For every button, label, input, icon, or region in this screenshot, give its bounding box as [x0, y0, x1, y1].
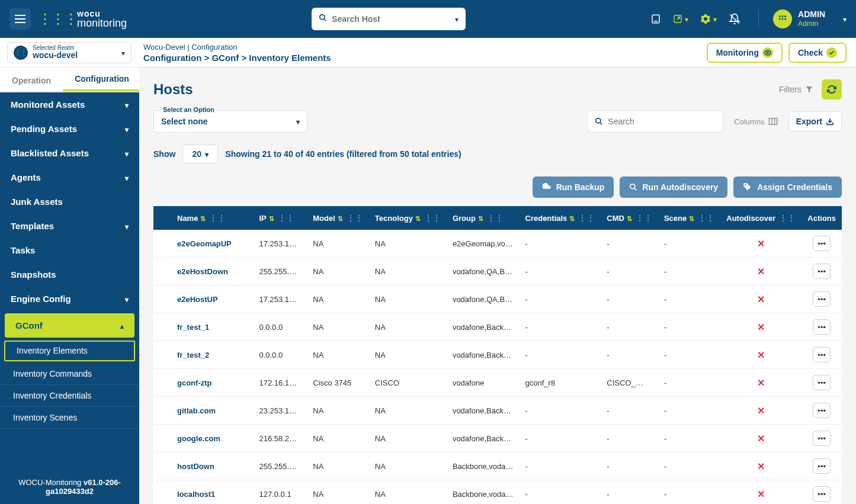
sidebar-sub-inventory-credentials[interactable]: Inventory Credentials [0, 385, 139, 407]
bell-off-icon[interactable] [729, 13, 740, 25]
realm-value: wocu-devel [33, 51, 117, 60]
table-search-input[interactable] [608, 117, 716, 126]
sidebar-item-monitored-assets[interactable]: Monitored Assets [0, 92, 139, 117]
cell-ip: 255.255.… [253, 452, 307, 480]
cell-name[interactable]: localhost1 [153, 480, 253, 505]
row-actions-button[interactable]: ••• [813, 291, 831, 307]
col-scene[interactable]: Scene⇅⋮⋮ [658, 206, 720, 230]
sidebar-sub-inventory-commands[interactable]: Inventory Commands [0, 363, 139, 385]
gear-icon[interactable] [700, 14, 717, 24]
columns-icon [768, 117, 778, 126]
cell-group: vodafone,Back… [447, 313, 520, 341]
cell-ip: 127.0.0.1 [253, 480, 307, 505]
sidebar-item-gconf[interactable]: GConf [5, 313, 134, 338]
run-autodiscovery-button[interactable]: Run Autodiscovery [620, 176, 727, 198]
cell-name[interactable]: e2eHostDown [153, 258, 253, 285]
col-ip[interactable]: IP⇅⋮⋮ [253, 206, 307, 230]
sidebar-item-pending-assets[interactable]: Pending Assets [0, 117, 139, 141]
cell-name[interactable]: google.com [153, 425, 253, 452]
col-tecnology[interactable]: Tecnology⇅⋮⋮ [369, 206, 447, 230]
columns-button[interactable]: Columns [734, 117, 777, 126]
sidebar-sub-inventory-elements[interactable]: Inventory Elements [4, 340, 136, 362]
sidebar-sub-inventory-scenes[interactable]: Inventory Scenes [0, 407, 139, 429]
chevron-down-icon[interactable] [455, 14, 459, 24]
cell-tech: NA [369, 313, 447, 341]
cell-credentials: - [520, 258, 601, 285]
row-actions-button[interactable]: ••• [813, 431, 831, 446]
cell-name[interactable]: hostDown [153, 452, 253, 480]
col-cmd[interactable]: CMD⇅⋮⋮ [601, 206, 658, 230]
search-host-box[interactable] [312, 8, 466, 30]
cell-name[interactable]: fr_test_1 [153, 313, 253, 341]
cell-actions: ••• [802, 230, 842, 258]
user-menu[interactable]: ADMIN Admin [758, 9, 847, 28]
breadcrumb-realm-link[interactable]: Wocu-Devel [143, 43, 185, 52]
chevron-down-icon[interactable] [843, 14, 847, 24]
row-actions-button[interactable]: ••• [813, 347, 831, 362]
chevron-icon [125, 172, 129, 182]
tab-configuration[interactable]: Configuration [63, 68, 141, 91]
col-group[interactable]: Group⇅⋮⋮ [447, 206, 520, 230]
sidebar-item-templates[interactable]: Templates [0, 214, 139, 238]
search-host-input[interactable] [332, 14, 459, 24]
col-name[interactable]: Name⇅⋮⋮ [153, 206, 253, 230]
chevron-down-icon[interactable] [121, 47, 125, 58]
cell-name[interactable]: gitlab.com [153, 397, 253, 425]
cell-name[interactable]: e2eGeomapUP [153, 230, 253, 258]
drag-icon: ⋮⋮ [487, 213, 504, 223]
sidebar-item-junk-assets[interactable]: Junk Assets [0, 190, 139, 214]
col-model[interactable]: Model⇅⋮⋮ [307, 206, 369, 230]
row-actions-button[interactable]: ••• [813, 236, 831, 251]
sidebar-item-blacklisted-assets[interactable]: Blacklisted Assets [0, 141, 139, 165]
select-option-dropdown[interactable]: Select none [153, 110, 307, 133]
cell-model: NA [307, 230, 369, 258]
hamburger-menu[interactable] [9, 8, 31, 30]
row-actions-button[interactable]: ••• [813, 264, 831, 279]
table-row: hostDown 255.255.… NA NA Backbone,voda… … [153, 452, 842, 480]
x-icon: ✕ [757, 294, 765, 304]
refresh-button[interactable] [822, 79, 842, 99]
export-button[interactable]: Export [788, 111, 842, 131]
cell-name[interactable]: gconf-ztp [153, 369, 253, 397]
cell-credentials: - [520, 397, 601, 425]
sidebar-item-tasks[interactable]: Tasks [0, 238, 139, 262]
cell-name[interactable]: e2eHostUP [153, 285, 253, 313]
row-actions-button[interactable]: ••• [813, 319, 831, 335]
monitoring-button[interactable]: Monitoring [707, 43, 783, 63]
col-credentials[interactable]: Credentials⇅⋮⋮ [520, 206, 601, 230]
chevron-icon [125, 124, 129, 134]
sort-icon: ⇅ [338, 215, 343, 222]
cell-group: Backbone,voda… [447, 480, 520, 505]
table-search-box[interactable] [587, 110, 723, 133]
assign-credentials-button[interactable]: Assign Credentials [733, 176, 842, 198]
cell-ip: 17.253.1… [253, 230, 307, 258]
cell-name[interactable]: fr_test_2 [153, 341, 253, 369]
show-count-select[interactable]: 20 [182, 145, 218, 163]
table-row: fr_test_1 0.0.0.0 NA NA vodafone,Back… -… [153, 313, 842, 341]
tab-operation[interactable]: Operation [0, 70, 63, 91]
cell-cmd: - [601, 397, 658, 425]
row-actions-button[interactable]: ••• [813, 458, 831, 474]
realm-selector[interactable]: ⋮⋮ Selected Realm wocu-devel [7, 42, 132, 63]
sidebar-tabs: Operation Configuration [0, 68, 139, 92]
external-link-icon[interactable] [673, 14, 688, 24]
col-actions[interactable]: Actions [802, 206, 842, 230]
cell-model: NA [307, 258, 369, 285]
run-backup-button[interactable]: Run Backup [533, 176, 614, 198]
breadcrumb-section-link[interactable]: Configuration [191, 43, 237, 52]
row-actions-button[interactable]: ••• [813, 375, 831, 390]
col-autodiscover[interactable]: Autodiscover⋮⋮ [720, 206, 802, 230]
sidebar-item-engine-config[interactable]: Engine Config [0, 287, 139, 311]
book-icon[interactable] [650, 14, 661, 24]
check-button[interactable]: Check [788, 43, 847, 63]
filters-button[interactable]: Filters [779, 85, 813, 94]
refresh-icon [827, 85, 836, 94]
sidebar-item-agents[interactable]: Agents [0, 165, 139, 190]
select-option-wrap: Select an Option Select none [153, 110, 307, 133]
table-row: gconf-ztp 172.16.1… Cisco 3745 CISCO vod… [153, 369, 842, 397]
cell-tech: NA [369, 341, 447, 369]
sidebar-item-snapshots[interactable]: Snapshots [0, 262, 139, 287]
logo[interactable]: ⋮⋮⋮ wocu monitoring [38, 9, 127, 28]
row-actions-button[interactable]: ••• [813, 403, 831, 418]
row-actions-button[interactable]: ••• [813, 486, 831, 502]
